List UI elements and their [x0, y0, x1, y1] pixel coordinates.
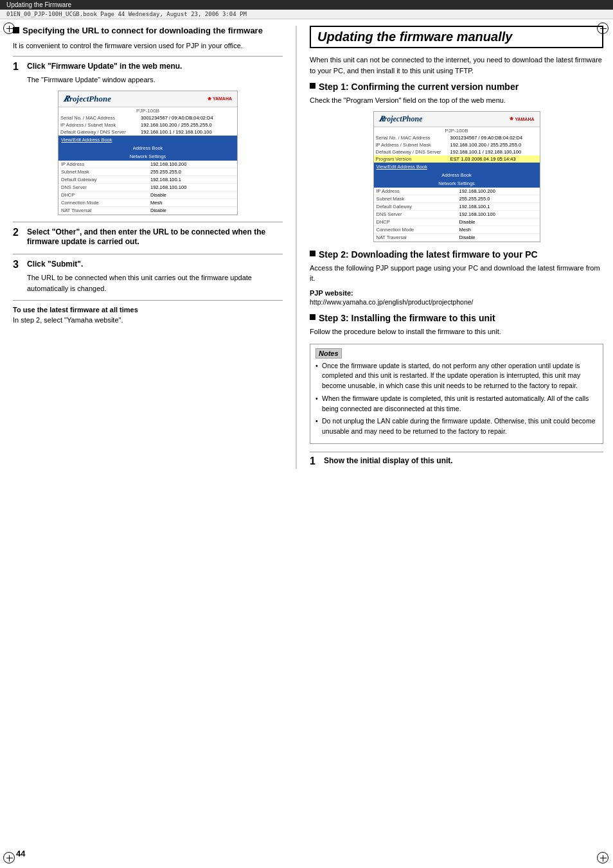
- rnet-row-3: DNS Server 192.168.100.100: [374, 210, 540, 218]
- net-row-4: DHCP Disable: [58, 191, 237, 199]
- rnet-label-0: IP Address: [374, 188, 457, 195]
- yamaha-icon-right: ❀: [510, 116, 513, 121]
- step-2-number: 2: [13, 227, 23, 238]
- step-3-body: The URL to be connected when this unit c…: [27, 272, 283, 294]
- web-nav-link-left[interactable]: View/Edit Address Book: [61, 137, 112, 143]
- rinfo-val-prog: EST 1.03 2006.04.19 05:14:43: [449, 155, 540, 163]
- notes-item-2: Do not unplug the LAN cable during the f…: [315, 416, 598, 437]
- right-column: Updating the firmware manually When this…: [296, 26, 603, 469]
- net-val-4: Disable: [148, 191, 237, 199]
- yamaha-icon-left: ❀: [208, 96, 211, 102]
- final-step-row: 1 Show the initial display of this unit.: [310, 456, 603, 466]
- info-label-gw: Default Gateway / DNS Server: [58, 128, 139, 136]
- rnet-val-1: 255.255.255.0: [457, 195, 540, 202]
- rinfo-row-prog: Program Version EST 1.03 2006.04.19 05:1…: [374, 155, 540, 163]
- net-label-5: Connection Mode: [58, 199, 148, 206]
- rnet-val-0: 192.168.100.200: [457, 188, 540, 195]
- notes-box: Notes Once the firmware update is starte…: [310, 344, 603, 444]
- net-row-3: DNS Server 192.168.100.100: [58, 183, 237, 191]
- net-row-5: Connection Mode Mesh: [58, 199, 237, 206]
- net-label-6: NAT Traversal: [58, 206, 148, 214]
- right-step-3-heading: Step 3: Installing the firmware to this …: [310, 312, 603, 324]
- net-row-1: Subnet Mask 255.255.255.0: [58, 168, 237, 175]
- left-main-heading: Specifying the URL to connect for downlo…: [13, 26, 283, 37]
- corner-marker-br: [597, 852, 610, 865]
- web-nav-bar-left[interactable]: View/Edit Address Book: [58, 136, 237, 144]
- info-label-ip: IP Address / Subnet Mask: [58, 121, 139, 128]
- web-network-title-left: Network Settings: [58, 152, 237, 161]
- web-header-right: 𝑹rojectPhone ❀ YAMAHA: [374, 112, 540, 127]
- step-3-row: 3 Click "Submit".: [13, 260, 283, 270]
- right-step-1-heading: Step 1: Confirming the current version n…: [310, 81, 603, 93]
- rnet-label-4: DHCP: [374, 218, 457, 226]
- right-intro-text: When this unit can not be connected to t…: [310, 55, 603, 76]
- rnet-row-1: Subnet Mask 255.255.255.0: [374, 195, 540, 202]
- rnet-val-6: Disable: [457, 233, 540, 241]
- step-1-number: 1: [13, 62, 23, 72]
- step-2-row: 2 Select "Other", and then enter the URL…: [13, 227, 283, 247]
- rnet-label-3: DNS Server: [374, 210, 457, 218]
- yamaha-badge-left: ❀ YAMAHA: [208, 96, 232, 102]
- web-header-left: 𝑹rojectPhone ❀ YAMAHA: [58, 91, 237, 107]
- rinfo-val-ip: 192.168.100.200 / 255.255.255.0: [449, 141, 540, 148]
- info-val-serial: 3001234567 / 09:A0:DB:04:02:D4: [139, 114, 237, 121]
- rnet-row-6: NAT Traversal Disable: [374, 233, 540, 241]
- right-step-2-title: Step 2: Downloading the latest firmware …: [319, 249, 538, 260]
- right-step-3: Step 3: Installing the firmware to this …: [310, 312, 603, 337]
- rnet-row-4: DHCP Disable: [374, 218, 540, 226]
- rnet-row-0: IP Address 192.168.100.200: [374, 188, 540, 195]
- rinfo-val-serial: 3001234567 / 09:A0:DB:04:02:D4: [449, 134, 540, 141]
- section-header-bar: Updating the Firmware: [0, 0, 613, 10]
- right-bullet-2: [310, 251, 315, 256]
- net-label-2: Default Gateway: [58, 175, 148, 183]
- rnet-label-2: Default Gateway: [374, 202, 457, 210]
- corner-marker-tl: [3, 22, 16, 35]
- page: Updating the Firmware 01EN_00_PJP-100H_U…: [0, 0, 613, 868]
- right-step-2-body: Access the following PJP support page us…: [310, 263, 603, 284]
- divider-4: [13, 300, 283, 301]
- right-main-title: Updating the firmware manually: [310, 26, 603, 48]
- right-bullet-1: [310, 83, 315, 89]
- rnet-val-2: 192.168.100.1: [457, 202, 540, 210]
- net-label-4: DHCP: [58, 191, 148, 199]
- net-val-6: Disable: [148, 206, 237, 214]
- rinfo-label-ip: IP Address / Subnet Mask: [374, 141, 449, 148]
- sub-heading-latest: To use the latest firmware at all times: [13, 306, 283, 314]
- notes-item-0: Once the firmware update is started, do …: [315, 361, 598, 391]
- net-label-0: IP Address: [58, 161, 148, 168]
- step-1: 1 Click "Firmware Update" in the web men…: [13, 62, 283, 215]
- corner-marker-bl: [3, 852, 16, 865]
- web-mockup-right: 𝑹rojectPhone ❀ YAMAHA PJP-100B Serial No…: [373, 111, 540, 242]
- web-nav-bar-right[interactable]: View/Edit Address Book: [374, 163, 540, 171]
- pjp-website-label: PJP website:: [310, 289, 603, 297]
- info-row-gw: Default Gateway / DNS Server 192.168.100…: [58, 128, 237, 136]
- right-step-1-body: Check the "Program Version" field on the…: [310, 95, 603, 106]
- right-step-2: Step 2: Downloading the latest firmware …: [310, 249, 603, 306]
- main-content: Specifying the URL to connect for downlo…: [0, 19, 613, 475]
- rinfo-label-serial: Serial No. / MAC Address: [374, 134, 449, 141]
- sub-body-latest: In step 2, select "Yamaha website".: [13, 315, 283, 326]
- rnet-val-3: 192.168.100.100: [457, 210, 540, 218]
- web-info-table-right: Serial No. / MAC Address 3001234567 / 09…: [374, 134, 540, 163]
- net-val-3: 192.168.100.100: [148, 183, 237, 191]
- net-val-2: 192.168.100.1: [148, 175, 237, 183]
- page-number: 44: [16, 849, 25, 858]
- net-label-3: DNS Server: [58, 183, 148, 191]
- step-1-body: The "Firmware Update" window appears.: [27, 75, 283, 85]
- net-val-0: 192.168.100.200: [148, 161, 237, 168]
- web-model-right: PJP-100B: [374, 127, 540, 134]
- step-2-title: Select "Other", and then enter the URL t…: [27, 227, 283, 247]
- final-step-number: 1: [310, 456, 320, 466]
- rnet-label-1: Subnet Mask: [374, 195, 457, 202]
- rnet-label-5: Connection Mode: [374, 226, 457, 233]
- right-bullet-3: [310, 314, 315, 320]
- web-network-table-left: IP Address 192.168.100.200 Subnet Mask 2…: [58, 161, 237, 215]
- right-step-1-title: Step 1: Confirming the current version n…: [319, 81, 519, 93]
- rinfo-label-gw: Default Gateway / DNS Server: [374, 148, 449, 155]
- step-3-title: Click "Submit".: [27, 260, 83, 270]
- file-path: 01EN_00_PJP-100H_UCGB.book Page 44 Wedne…: [0, 10, 613, 19]
- net-val-5: Mesh: [148, 199, 237, 206]
- final-step-title: Show the initial display of this unit.: [324, 456, 453, 466]
- web-section-title-right: Address Book: [374, 171, 540, 179]
- web-nav-link-right[interactable]: View/Edit Address Book: [377, 164, 428, 170]
